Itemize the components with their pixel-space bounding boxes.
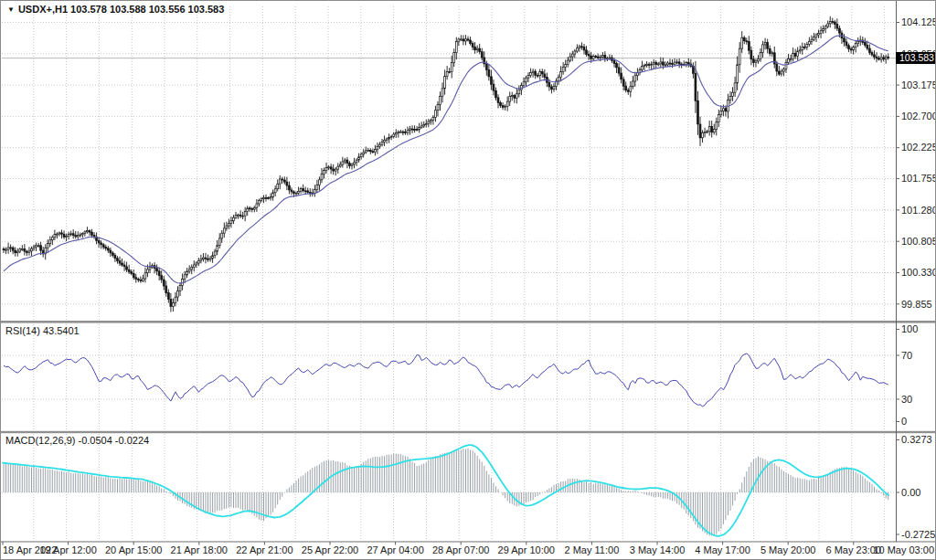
candle-body (177, 291, 179, 297)
candle-body (51, 238, 53, 240)
candle-body (530, 73, 532, 76)
candle-body (144, 273, 146, 279)
candle-body (600, 57, 601, 58)
candle-body (244, 212, 246, 217)
candle-body (344, 160, 346, 162)
candle-body (58, 233, 60, 234)
candle-body (558, 78, 559, 81)
macd-axis[interactable]: 0.32730.00-0.2725 (896, 434, 935, 540)
time-axis[interactable]: 18 Apr 202219 Apr 12:0020 Apr 15:0021 Ap… (3, 542, 934, 555)
candle-body (665, 65, 666, 66)
candle-body (767, 43, 769, 49)
candle-body (868, 48, 870, 52)
candle-body (449, 71, 451, 72)
macd-axis-label: 0.3273 (901, 434, 932, 445)
macd-panel[interactable] (3, 445, 888, 536)
candle-body (432, 117, 434, 120)
candle-body (5, 249, 7, 250)
time-axis-label: 5 May 20:00 (760, 544, 816, 555)
candle-body (595, 57, 597, 58)
candle-body (739, 48, 740, 65)
candle-body (235, 215, 237, 217)
candle-body (755, 61, 757, 63)
candle-body (363, 153, 365, 154)
candle-body (883, 58, 885, 59)
price-axis-label: 101.280 (901, 205, 936, 216)
candle-body (441, 89, 443, 97)
candle-body (274, 189, 276, 193)
candle-body (588, 55, 590, 57)
candle-body (212, 256, 214, 259)
rsi-axis[interactable]: 10070300 (896, 323, 918, 427)
candle-body (31, 248, 33, 251)
candle-body (402, 132, 404, 132)
candle-body (829, 21, 831, 24)
chart-canvas[interactable]: 104.125103.650103.175102.700102.225101.7… (1, 1, 936, 560)
candle-body (258, 201, 260, 205)
panel-separator[interactable] (1, 321, 936, 323)
candle-body (516, 94, 517, 99)
candle-body (70, 234, 72, 235)
main-chart-panel[interactable] (3, 16, 889, 312)
candle-body (407, 131, 409, 133)
candle-body (330, 167, 332, 169)
candle-body (848, 46, 850, 49)
time-axis-label: 29 Apr 10:00 (498, 544, 555, 555)
candle-body (414, 129, 416, 130)
candle-body (576, 48, 578, 51)
candle-body (207, 259, 209, 259)
candle-body (453, 53, 455, 63)
candle-body (193, 265, 195, 268)
price-axis-label: 101.755 (901, 173, 936, 184)
rsi-panel[interactable] (4, 354, 888, 407)
candle-body (307, 191, 309, 193)
candle-body (63, 234, 65, 237)
candle-body (788, 59, 790, 63)
candle-body (716, 122, 718, 130)
candle-body (460, 39, 462, 40)
candle-body (806, 45, 808, 48)
candle-body (10, 248, 12, 248)
candle-body (583, 47, 585, 50)
time-axis-label: 27 Apr 04:00 (367, 544, 423, 555)
candle-body (249, 208, 250, 209)
panel-separator[interactable] (1, 431, 936, 433)
candle-body (419, 128, 420, 130)
candle-body (221, 233, 223, 238)
candle-body (268, 198, 270, 199)
time-axis-label: 4 May 17:00 (695, 544, 750, 555)
candle-body (114, 255, 116, 258)
candle-body (133, 273, 134, 277)
candle-body (657, 64, 659, 65)
price-axis-label: 99.855 (901, 299, 932, 310)
candle-body (485, 64, 487, 70)
candle-body (458, 39, 460, 42)
candle-body (609, 58, 611, 58)
candle-body (295, 193, 297, 194)
candle-body (493, 84, 495, 90)
candle-body (451, 63, 452, 72)
candle-body (646, 64, 648, 65)
current-price-badge: 103.583 (896, 52, 936, 64)
candle-body (167, 293, 169, 300)
candle-body (762, 45, 764, 53)
candle-body (467, 39, 469, 40)
candle-body (622, 79, 624, 86)
chart-header: ▼USDX+,H1 103.578 103.588 103.556 103.58… (7, 4, 224, 15)
candle-body (618, 68, 620, 73)
candle-body (36, 246, 37, 248)
candle-body (853, 48, 855, 50)
candle-body (850, 49, 852, 50)
candle-body (662, 62, 664, 65)
collapse-triangle-icon[interactable]: ▼ (7, 5, 15, 14)
candle-body (191, 267, 193, 269)
candle-body (586, 50, 588, 55)
candle-body (228, 223, 229, 226)
candle-body (888, 57, 889, 58)
candle-body (354, 163, 356, 164)
time-axis-label: 2 May 11:00 (565, 544, 620, 555)
candle-body (333, 169, 335, 171)
candle-body (437, 104, 439, 110)
candle-body (390, 137, 392, 138)
candle-body (732, 92, 734, 96)
